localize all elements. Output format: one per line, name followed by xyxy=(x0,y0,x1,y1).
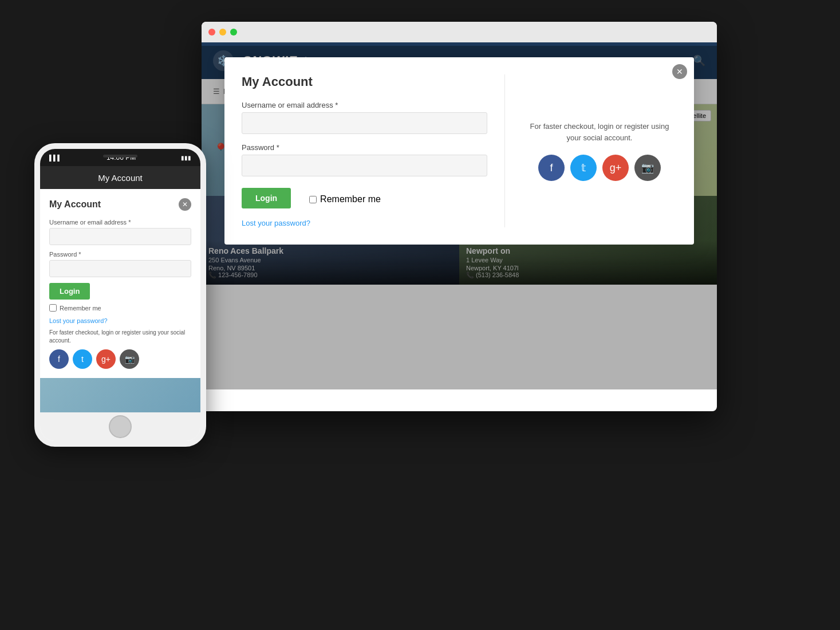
phone-map-area xyxy=(40,378,200,412)
username-label: Username or email address * xyxy=(242,101,487,109)
login-modal: ✕ My Account Username or email address *… xyxy=(224,57,694,245)
phone-header-title: My Account xyxy=(98,173,143,183)
phone-password-input[interactable] xyxy=(49,260,191,277)
phone-login-button[interactable]: Login xyxy=(49,283,90,300)
battery-icon: ▮▮▮ xyxy=(181,155,191,161)
google-icon: g+ xyxy=(610,162,622,174)
social-text: For faster checkout, login or register u… xyxy=(522,121,677,143)
remember-row: Remember me xyxy=(309,194,381,204)
mobile-phone: ▌▌▌ 14:06 PM ▮▮▮ My Account My Account ✕… xyxy=(34,143,206,447)
minimize-button[interactable] xyxy=(219,29,226,36)
phone-speaker xyxy=(103,155,137,158)
phone-remember-label: Remember me xyxy=(60,305,101,312)
instagram-login-button[interactable]: 📷 xyxy=(634,155,661,181)
phone-password-label: Password * xyxy=(49,251,191,258)
phone-google-button[interactable]: g+ xyxy=(96,349,116,369)
modal-title: My Account xyxy=(242,74,487,89)
phone-social-icons: f t g+ 📷 xyxy=(49,349,191,369)
close-button[interactable] xyxy=(208,29,215,36)
phone-wrapper: ▌▌▌ 14:06 PM ▮▮▮ My Account My Account ✕… xyxy=(34,143,206,447)
phone-remember-checkbox[interactable] xyxy=(49,304,57,312)
phone-instagram-button[interactable]: 📷 xyxy=(120,349,139,369)
phone-username-input[interactable] xyxy=(49,228,191,245)
phone-username-label: Username or email address * xyxy=(49,219,191,226)
instagram-icon: 📷 xyxy=(641,162,654,174)
modal-left: My Account Username or email address * P… xyxy=(224,74,505,227)
maximize-button[interactable] xyxy=(230,29,237,36)
phone-social-text: For faster checkout, login or register u… xyxy=(49,329,191,345)
forgot-password-link[interactable]: Lost your password? xyxy=(242,219,487,227)
phone-home-button[interactable] xyxy=(109,415,132,438)
phone-status-bar: ▌▌▌ 14:06 PM ▮▮▮ xyxy=(40,149,200,166)
phone-close-button[interactable]: ✕ xyxy=(179,198,191,211)
browser-titlebar xyxy=(202,22,717,42)
modal-right: For faster checkout, login or register u… xyxy=(505,74,694,227)
signal-icon: ▌▌▌ xyxy=(49,155,61,161)
phone-forgot-link[interactable]: Lost your password? xyxy=(49,317,191,324)
remember-checkbox[interactable] xyxy=(309,196,317,203)
phone-home-bar xyxy=(40,412,200,441)
phone-facebook-button[interactable]: f xyxy=(49,349,69,369)
facebook-login-button[interactable]: f xyxy=(538,155,565,181)
modal-close-button[interactable]: ✕ xyxy=(672,64,687,79)
facebook-icon: f xyxy=(550,162,553,174)
google-login-button[interactable]: g+ xyxy=(602,155,629,181)
phone-twitter-button[interactable]: t xyxy=(73,349,92,369)
password-input[interactable] xyxy=(242,155,487,176)
username-input[interactable] xyxy=(242,112,487,134)
social-icons: f 𝕥 g+ 📷 xyxy=(538,155,661,181)
remember-label: Remember me xyxy=(320,194,381,204)
twitter-login-button[interactable]: 𝕥 xyxy=(570,155,597,181)
twitter-icon: 𝕥 xyxy=(581,162,586,174)
phone-remember-row: Remember me xyxy=(49,304,191,312)
login-button[interactable]: Login xyxy=(242,188,291,208)
phone-app-header: My Account xyxy=(40,166,200,189)
password-label: Password * xyxy=(242,143,487,152)
phone-modal-title: My Account xyxy=(49,199,101,210)
phone-modal: My Account ✕ Username or email address *… xyxy=(40,189,200,378)
modal-overlay: ✕ My Account Username or email address *… xyxy=(202,46,717,389)
phone-modal-header: My Account ✕ xyxy=(49,198,191,211)
